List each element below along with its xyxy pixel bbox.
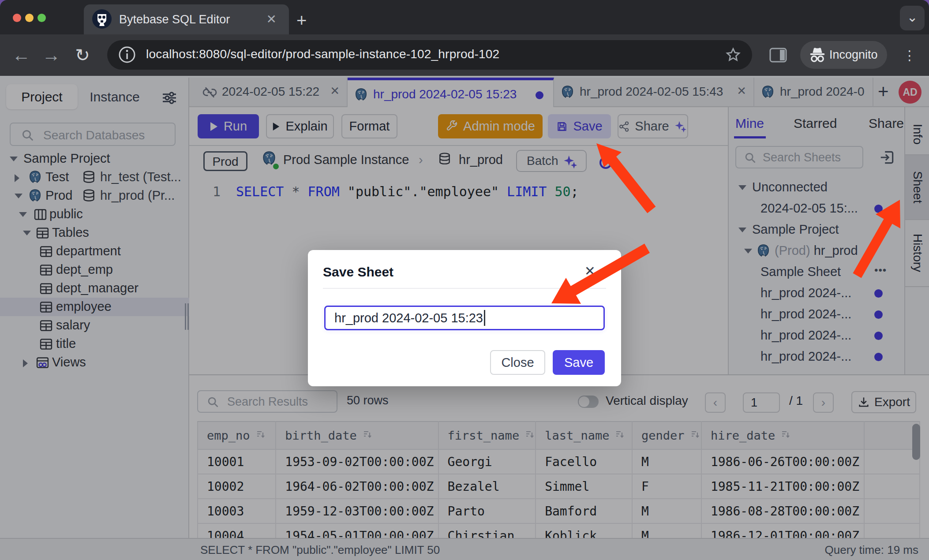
incognito-icon xyxy=(809,47,826,63)
text-cursor xyxy=(484,310,485,326)
new-tab-button[interactable]: + xyxy=(296,11,307,30)
browser-menu-icon[interactable]: ⋮ xyxy=(900,34,919,76)
browser-tabstrip: Bytebase SQL Editor ✕ + ⌄ xyxy=(0,0,929,34)
sheet-name-value: hr_prod 2024-02-05 15:23 xyxy=(334,311,483,325)
dialog-save-button[interactable]: Save xyxy=(553,350,605,375)
browser-navbar: ← → ↻ localhost:8080/sql-editor/prod-sam… xyxy=(0,34,929,76)
browser-tab[interactable]: Bytebase SQL Editor ✕ xyxy=(84,4,289,34)
incognito-label: Incognito xyxy=(829,48,878,62)
browser-window: Bytebase SQL Editor ✕ + ⌄ ← → ↻ localhos… xyxy=(0,0,929,560)
side-panel-icon[interactable] xyxy=(767,34,790,76)
traffic-close-button[interactable] xyxy=(13,14,21,22)
address-bar[interactable]: localhost:8080/sql-editor/prod-sample-in… xyxy=(107,40,752,70)
dialog-title: Save Sheet xyxy=(323,265,393,280)
bookmark-star-icon[interactable] xyxy=(725,46,742,63)
site-info-icon[interactable] xyxy=(117,45,137,65)
incognito-badge: Incognito xyxy=(800,41,887,69)
traffic-zoom-button[interactable] xyxy=(37,14,46,22)
browser-tab-close-icon[interactable]: ✕ xyxy=(266,12,277,26)
dialog-divider xyxy=(323,288,606,289)
save-sheet-dialog: Save Sheet ✕ hr_prod 2024-02-05 15:23 Cl… xyxy=(308,250,621,386)
dialog-close-button[interactable]: Close xyxy=(490,350,545,375)
sheet-name-input[interactable]: hr_prod 2024-02-05 15:23 xyxy=(324,306,605,330)
browser-tab-title: Bytebase SQL Editor xyxy=(119,13,230,26)
url-text: localhost:8080/sql-editor/prod-sample-in… xyxy=(146,47,499,61)
dialog-close-icon[interactable]: ✕ xyxy=(584,263,596,279)
traffic-minimize-button[interactable] xyxy=(25,14,34,22)
forward-button[interactable]: → xyxy=(40,34,63,76)
bytebase-favicon xyxy=(92,9,112,29)
back-button[interactable]: ← xyxy=(10,34,33,76)
tab-search-chevron-button[interactable]: ⌄ xyxy=(900,6,925,30)
reload-button[interactable]: ↻ xyxy=(71,34,94,76)
